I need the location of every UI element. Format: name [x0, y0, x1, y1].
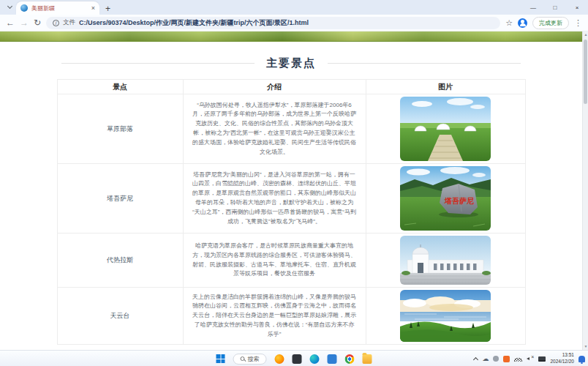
title-divider-right — [328, 63, 521, 64]
bookmark-star-icon[interactable]: ☆ — [505, 18, 513, 28]
page-viewport: 主要景点 景点 介绍 图片 草原部落 “乌孙故国何处寻，牧人遥指伊犁水”，草原部… — [0, 31, 588, 350]
table-row: 草原部落 “乌孙故国何处寻，牧人遥指伊犁水”，草原部落建于2006年6月，还原了… — [57, 94, 525, 164]
header-image: 图片 — [366, 80, 525, 94]
new-tab-button[interactable]: + — [105, 4, 110, 13]
scroll-thumb[interactable] — [584, 40, 587, 104]
tab-strip: 美丽新疆 × + — □ × — [0, 0, 588, 15]
attraction-image-cell — [366, 234, 525, 288]
start-button[interactable] — [216, 354, 225, 363]
tab-favicon-globe-icon — [20, 4, 28, 12]
web-page: 主要景点 景点 介绍 图片 草原部落 “乌孙故国何处寻，牧人遥指伊犁水”，草原部… — [0, 56, 588, 365]
minimize-button[interactable]: — — [522, 0, 544, 15]
visitor-center-photo — [400, 236, 491, 285]
tab-search-icon[interactable] — [3, 1, 16, 14]
time-text: 13:51 — [550, 352, 574, 359]
weather-cloud-icon[interactable]: ☁ — [482, 356, 489, 362]
menu-icon[interactable]: ⋮ — [574, 18, 582, 28]
taskbar-center: 搜索 — [216, 351, 372, 366]
grassland-tribe-photo — [400, 97, 491, 161]
wifi-icon[interactable] — [514, 356, 522, 362]
info-icon[interactable]: i — [53, 20, 59, 26]
close-button[interactable]: × — [566, 0, 588, 15]
tab-title: 美丽新疆 — [31, 4, 88, 12]
attraction-intro-cell: 塔吾萨尼意为“美丽的山冈”，是进入河谷草原的第一站，拥有一山四景，白雪皑皑的山峰… — [183, 164, 366, 234]
volume-muted-icon[interactable] — [527, 356, 534, 362]
header-intro: 介绍 — [183, 80, 366, 94]
chevron-down-icon — [7, 4, 12, 9]
system-tray: ☁ 13:51 2024/12/20 — [474, 351, 585, 366]
omnibox[interactable]: i 文件 C:/Users/90374/Desktop/作业/网页/新建文件夹/… — [46, 17, 500, 29]
tianyuntai-photo — [400, 290, 491, 342]
attraction-image-cell — [366, 288, 525, 345]
reload-button[interactable]: ↻ — [34, 18, 41, 27]
taskbar-search[interactable]: 搜索 — [233, 354, 267, 365]
laptop-icon[interactable] — [538, 356, 546, 362]
attraction-name-cell: 天云台 — [57, 288, 183, 345]
file-explorer-icon[interactable] — [363, 354, 372, 364]
tab-close-icon[interactable]: × — [91, 5, 95, 12]
clock[interactable]: 13:51 2024/12/20 — [550, 352, 574, 365]
page-title-row: 主要景点 — [61, 56, 521, 70]
title-divider-left — [61, 63, 255, 64]
grass-banner-image — [0, 31, 588, 42]
tray-app-orange-icon[interactable] — [503, 356, 510, 362]
edge-icon[interactable] — [310, 354, 320, 364]
maximize-button[interactable]: □ — [544, 0, 566, 15]
window-controls: — □ × — [522, 0, 588, 15]
table-row: 天云台 天上的云像是洁白的羊群簇拥着连绵的山峰，又像是奔腾的骏马驰骋在山谷间，云… — [57, 288, 525, 345]
vscode-icon[interactable] — [328, 354, 337, 364]
dark-app-icon[interactable] — [293, 354, 302, 364]
forward-button[interactable]: → — [20, 18, 29, 27]
attraction-image-cell — [366, 94, 525, 164]
page-title: 主要景点 — [266, 56, 316, 70]
url-text: C:/Users/90374/Desktop/作业/网页/新建文件夹/新疆tri… — [79, 18, 309, 28]
rock-inscription: 塔吾萨尼 — [444, 197, 474, 205]
tray-app-icon[interactable] — [493, 356, 499, 362]
firefox-icon[interactable] — [275, 354, 284, 364]
profile-icon[interactable] — [518, 18, 527, 28]
attractions-table: 景点 介绍 图片 草原部落 “乌孙故国何处寻，牧人遥指伊犁水”，草原部落建于20… — [57, 79, 526, 345]
scheme-label: 文件 — [63, 18, 75, 27]
header-attraction: 景点 — [57, 80, 183, 94]
scroll-up-icon[interactable]: ▲ — [583, 31, 588, 38]
attraction-intro-cell: “乌孙故国何处寻，牧人遥指伊犁水”，草原部落建于2006年6月，还原了两千多年前… — [183, 94, 366, 164]
search-icon — [241, 356, 245, 361]
attraction-intro-cell: 天上的云像是洁白的羊群簇拥着连绵的山峰，又像是奔腾的骏马驰骋在山谷间，云霞相互辉… — [183, 288, 366, 345]
attraction-name-cell: 草原部落 — [57, 94, 183, 164]
browser-toolbar: ← → ↻ i 文件 C:/Users/90374/Desktop/作业/网页/… — [0, 15, 588, 31]
taskbar: 搜索 ☁ 13:51 2024/12/20 — [0, 350, 588, 366]
tray-expand-icon[interactable] — [473, 356, 478, 362]
table-header-row: 景点 介绍 图片 — [57, 80, 525, 94]
table-row: 塔吾萨尼 塔吾萨尼意为“美丽的山冈”，是进入河谷草原的第一站，拥有一山四景，白雪… — [57, 164, 525, 234]
chrome-icon[interactable] — [345, 354, 355, 364]
update-button[interactable]: 完成更新 — [532, 17, 569, 29]
attraction-intro-cell: 哈萨克语为草原会客厅，是古时候草原民族商量重大事宜的地方，现为景区内各草原线路的… — [183, 234, 366, 288]
scroll-down-icon[interactable]: ▼ — [583, 343, 588, 350]
page-scrollbar: ▲ ▼ — [582, 31, 588, 350]
attraction-name-cell: 塔吾萨尼 — [57, 164, 183, 234]
back-button[interactable]: ← — [6, 18, 15, 27]
tawusani-photo: 塔吾萨尼 — [400, 166, 491, 231]
attraction-image-cell: 塔吾萨尼 — [366, 164, 525, 234]
date-text: 2024/12/20 — [550, 359, 574, 365]
attraction-name-cell: 代热拉斯 — [57, 234, 183, 288]
browser-tab[interactable]: 美丽新疆 × — [16, 1, 99, 15]
search-label: 搜索 — [248, 355, 260, 363]
table-row: 代热拉斯 哈萨克语为草原会客厅，是古时候草原民族商量重大事宜的地方，现为景区内各… — [57, 234, 525, 288]
notification-bell-icon[interactable] — [578, 356, 585, 362]
